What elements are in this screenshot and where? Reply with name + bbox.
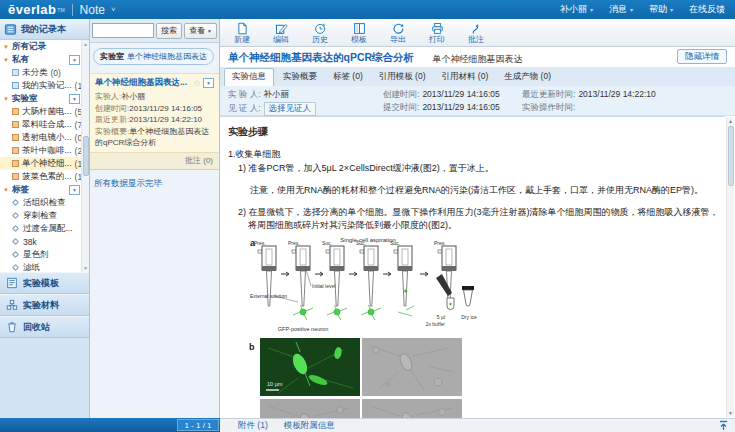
button-label: 打印 <box>429 35 445 44</box>
new-document-icon <box>236 22 249 35</box>
scrollbar-thumb[interactable] <box>728 126 734 186</box>
filter-chip[interactable]: 实验室单个神经细胞基因表达 <box>93 48 214 65</box>
section-dropdown[interactable]: ▼ <box>69 185 80 195</box>
sidebar-item-lab-5[interactable]: 菠菜色素的...(1) <box>0 170 82 183</box>
sidebar-item-uncategorized[interactable]: 未分类(0) <box>0 66 82 79</box>
export-button[interactable]: 导出 <box>384 22 412 44</box>
attachments-link[interactable]: 附件 (1) <box>238 420 268 432</box>
search-button-label: 搜索 <box>161 25 177 36</box>
sidebar-tag-3[interactable]: 38k <box>0 235 82 248</box>
experiment-list-pane: 搜索 查看▼ 实验室单个神经细胞基因表达 单个神经细胞基因表达... ☆ ▼ 实… <box>90 19 220 418</box>
trademark-label: TM <box>57 7 64 13</box>
printer-icon <box>431 22 444 35</box>
tag-icon <box>12 225 19 232</box>
sidebar-item-templates[interactable]: 实验模板 <box>0 272 89 294</box>
notebook-header[interactable]: 我的记录本 <box>0 19 89 40</box>
sidebar-item-recycle-bin[interactable]: 回收站 <box>0 316 89 338</box>
scroll-down-icon[interactable]: ▼ <box>728 410 733 416</box>
button-label: 历史 <box>312 35 328 44</box>
history-button[interactable]: 历史 <box>306 22 334 44</box>
pagination-label: 1 - 1 / 1 <box>177 419 219 431</box>
top-menus: 补小丽▾ 消息▾ 帮助▾ 在线反馈 <box>560 0 725 19</box>
card-dropdown[interactable]: ▼ <box>203 78 214 88</box>
notebook-square-icon <box>12 160 19 167</box>
template-button[interactable]: 模板 <box>345 22 373 44</box>
user-menu[interactable]: 补小丽▾ <box>560 3 593 16</box>
scroll-down-icon[interactable]: ▼ <box>83 265 88 271</box>
tab-experiment-summary[interactable]: 实验概要 <box>276 69 324 86</box>
field-label: 最近更新: <box>95 115 129 124</box>
tab-referenced-materials[interactable]: 引用材料 (0) <box>435 69 496 86</box>
annotation-link[interactable]: 批注 (0) <box>185 156 213 165</box>
sidebar-item-lab-2[interactable]: 透射电镜小...(0) <box>0 131 82 144</box>
sidebar-item-lab-1[interactable]: 翠料哇合成...(7) <box>0 118 82 131</box>
notebook-icon <box>4 23 17 36</box>
choose-witness-button[interactable]: 选择见证人 <box>264 102 317 116</box>
section-dropdown[interactable]: ▼ <box>69 94 80 104</box>
sidebar-tag-1[interactable]: 穿刺检查 <box>0 209 82 222</box>
logo-divider <box>72 4 73 16</box>
tree-section-tags[interactable]: ▼标签▼ <box>0 183 82 196</box>
expand-arrow-icon: ▼ <box>3 44 9 50</box>
field-label: 实验人: <box>95 92 121 101</box>
view-dropdown-button[interactable]: 查看▼ <box>184 23 217 39</box>
main-toolbar: 新建 编辑 历史 模板 导出 打印 <box>220 19 735 47</box>
messages-menu[interactable]: 消息▾ <box>609 3 633 16</box>
expand-arrow-icon: ▼ <box>3 187 9 193</box>
field-label: 创建时间: <box>383 89 419 99</box>
annotate-button[interactable]: 批注 <box>462 22 490 44</box>
buffer-name-label: 2x buffer <box>426 321 446 327</box>
history-clock-icon <box>314 22 327 35</box>
tab-tags[interactable]: 标签 (0) <box>326 69 370 86</box>
dic-image-1 <box>362 338 462 396</box>
document-scrollbar[interactable]: ▲ ▼ <box>726 117 734 417</box>
search-button[interactable]: 搜索 <box>156 23 182 39</box>
content-header: 单个神经细胞基因表达的qPCR综合分析 单个神经细胞基因表达 隐藏详情 <box>220 47 735 67</box>
edit-button[interactable]: 编辑 <box>267 22 295 44</box>
sidebar-item-lab-4-selected[interactable]: 单个神经细...(1) <box>0 157 82 170</box>
template-info-link[interactable]: 模板附属信息 <box>284 420 335 432</box>
feedback-link[interactable]: 在线反馈 <box>689 3 725 16</box>
section-dropdown[interactable]: ▼ <box>69 55 80 65</box>
scrollbar-thumb[interactable] <box>83 136 89 176</box>
chevron-down-icon[interactable]: ˅ <box>111 5 116 14</box>
help-menu[interactable]: 帮助▾ <box>649 3 673 16</box>
notebook-square-icon <box>12 82 19 89</box>
favorite-star-icon[interactable]: ☆ <box>193 78 201 88</box>
expand-arrow-icon: ▼ <box>3 96 9 102</box>
figure-b-microscopy-grid: b 10 µm <box>248 338 464 418</box>
field-value: 2013/11/29 14:22:10 <box>578 89 655 99</box>
scroll-up-icon[interactable]: ▲ <box>728 118 733 124</box>
tab-experiment-info[interactable]: 实验信息 <box>224 68 274 86</box>
sidebar-tag-0[interactable]: 活组织检查 <box>0 196 82 209</box>
tree-section-all-records[interactable]: ▼所有记录 <box>0 40 82 53</box>
field-label: 见 证 人: <box>228 103 261 113</box>
tree-section-lab[interactable]: ▼实验室▼ <box>0 92 82 105</box>
experiment-card-selected[interactable]: 单个神经细胞基因表达... ☆ ▼ 实验人:补小丽 创建时间:2013/11/2… <box>90 73 219 170</box>
pencil-icon <box>275 22 288 35</box>
sidebar-item-materials[interactable]: 实验材料 <box>0 294 89 316</box>
hide-details-button[interactable]: 隐藏详情 <box>677 49 727 64</box>
tab-referenced-templates[interactable]: 引用模板 (0) <box>372 69 433 86</box>
card-title[interactable]: 单个神经细胞基因表达... <box>95 77 191 89</box>
sidebar-tag-4[interactable]: 显色剂 <box>0 248 82 261</box>
tab-generated-products[interactable]: 生成产物 (0) <box>497 69 558 86</box>
sidebar-item-lab-0[interactable]: 大肠杆菌电...(5) <box>0 105 82 118</box>
search-input[interactable] <box>92 23 154 38</box>
tree-section-private[interactable]: ▼私有▼ <box>0 53 82 66</box>
scroll-up-icon[interactable]: ▲ <box>83 41 88 47</box>
item-label: 透射电镜小... <box>22 132 72 144</box>
item-count: (0) <box>51 68 61 78</box>
new-button[interactable]: 新建 <box>228 22 256 44</box>
tag-icon <box>12 264 19 271</box>
item-label: 茶叶中咖啡... <box>22 145 72 157</box>
sidebar-tag-2[interactable]: 过渡金属配... <box>0 222 82 235</box>
sidebar-tag-5[interactable]: 滤纸 <box>0 261 82 272</box>
notebook-tree: ▼所有记录 ▼私有▼ 未分类(0) 我的实验记...(1) ▼实验室▼ 大肠杆菌… <box>0 40 82 272</box>
sidebar-item-lab-3[interactable]: 茶叶中咖啡...(2) <box>0 144 82 157</box>
sidebar-item-my-records[interactable]: 我的实验记...(1) <box>0 79 82 92</box>
help-label: 帮助 <box>649 3 667 16</box>
print-button[interactable]: 打印 <box>423 22 451 44</box>
sidebar-scrollbar[interactable]: ▲▼ <box>81 40 89 272</box>
collapse-to-top-button[interactable] <box>718 420 729 432</box>
